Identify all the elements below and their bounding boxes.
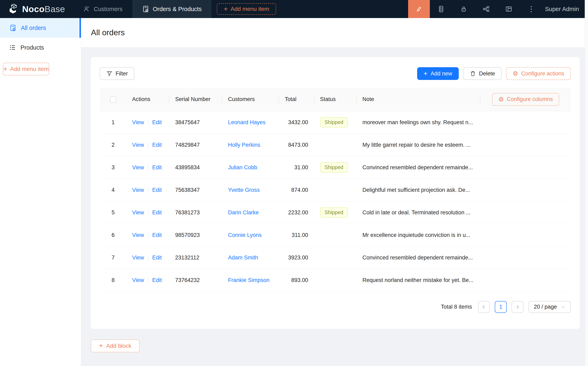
layout-button[interactable] bbox=[498, 0, 520, 18]
table-row: 7 ViewEdit 23132112 Adam Smith 3923.00 C… bbox=[100, 246, 571, 269]
page-size-select[interactable]: 20 / page bbox=[528, 301, 571, 313]
table-row: 1 ViewEdit 38475647 Leonard Hayes 3432.0… bbox=[100, 111, 571, 134]
page-content: Filter + Add new bbox=[81, 47, 588, 366]
action-divider bbox=[148, 232, 148, 238]
sidebar-add-menu-item-button[interactable]: + Add menu item bbox=[3, 63, 49, 76]
customer-link[interactable]: Darin Clarke bbox=[228, 209, 259, 216]
view-link[interactable]: View bbox=[132, 209, 144, 216]
delete-button[interactable]: Delete bbox=[463, 67, 502, 80]
customer-link[interactable]: Connie Lyons bbox=[228, 232, 262, 238]
row-index: 5 bbox=[112, 209, 114, 216]
row-index-cell: 5 bbox=[100, 201, 126, 224]
serial-cell: 23132112 bbox=[169, 246, 222, 269]
filter-button[interactable]: Filter bbox=[100, 67, 134, 80]
orders-table: Actions Serial Number Customers Total St… bbox=[100, 88, 571, 292]
table-row: 6 ViewEdit 98570923 Connie Lyons 311.00 … bbox=[100, 224, 571, 246]
serial-cell: 73764232 bbox=[169, 269, 222, 291]
workflow-button[interactable] bbox=[475, 0, 498, 18]
serial-cell: 38475647 bbox=[169, 111, 222, 134]
edit-link[interactable]: Edit bbox=[152, 187, 162, 193]
sidebar-item-all-orders[interactable]: All orders bbox=[0, 18, 81, 38]
ellipsis-icon: ⋮ bbox=[528, 5, 535, 13]
nav-tab-orders-products[interactable]: Orders & Products bbox=[132, 0, 212, 18]
nocobase-logo[interactable]: NocoBase bbox=[0, 0, 73, 18]
user-menu[interactable]: Super Admin bbox=[543, 6, 588, 13]
column-header-serial-number: Serial Number bbox=[169, 88, 222, 111]
edit-link[interactable]: Edit bbox=[152, 209, 162, 216]
spacer-cell bbox=[480, 269, 571, 291]
highlighter-icon bbox=[415, 5, 423, 13]
header-configure-cell: ⚙ Configure columns bbox=[480, 88, 571, 111]
add-block-button[interactable]: + Add block bbox=[91, 340, 140, 352]
edit-link[interactable]: Edit bbox=[152, 277, 162, 283]
spacer-cell bbox=[480, 134, 571, 156]
configure-columns-button[interactable]: ⚙ Configure columns bbox=[492, 93, 559, 106]
ui-editor-button[interactable] bbox=[408, 0, 430, 18]
sidebar-item-products[interactable]: Products bbox=[0, 38, 81, 57]
edit-link[interactable]: Edit bbox=[152, 119, 162, 125]
customer-cell: Connie Lyons bbox=[222, 224, 279, 246]
total-cell: 3432.00 bbox=[279, 111, 314, 134]
spacer-cell bbox=[480, 179, 571, 201]
navbar-add-menu-item-button[interactable]: + Add menu item bbox=[217, 3, 276, 15]
plus-icon: + bbox=[3, 66, 7, 72]
edit-link[interactable]: Edit bbox=[152, 254, 162, 261]
column-header-total: Total bbox=[279, 88, 314, 111]
status-badge: Shipped bbox=[320, 117, 348, 128]
database-button[interactable] bbox=[430, 0, 452, 18]
row-index: 7 bbox=[112, 254, 114, 261]
note-cell: Convinced resembled dependent remainde..… bbox=[357, 246, 480, 269]
scrollbar[interactable] bbox=[585, 0, 588, 366]
serial-cell: 74829847 bbox=[169, 134, 222, 156]
row-index-cell: 3 bbox=[100, 156, 126, 179]
view-link[interactable]: View bbox=[132, 254, 144, 261]
customer-cell: Julian Cobb bbox=[222, 156, 279, 179]
serial-cell: 76381273 bbox=[169, 201, 222, 224]
plus-icon: + bbox=[99, 342, 103, 349]
pagination-page-1[interactable]: 1 bbox=[495, 301, 507, 313]
actions-cell: ViewEdit bbox=[126, 111, 169, 134]
customer-link[interactable]: Julian Cobb bbox=[228, 164, 257, 170]
customer-link[interactable]: Holly Perkins bbox=[228, 142, 260, 148]
table-toolbar: Filter + Add new bbox=[100, 67, 571, 80]
add-new-button[interactable]: + Add new bbox=[417, 67, 459, 80]
spacer-cell bbox=[480, 111, 571, 134]
customer-link[interactable]: Frankie Simpson bbox=[228, 277, 270, 283]
customer-link[interactable]: Leonard Hayes bbox=[228, 119, 265, 125]
view-link[interactable]: View bbox=[132, 232, 144, 238]
page-title: All orders bbox=[91, 28, 125, 37]
lock-icon bbox=[460, 6, 467, 13]
pagination-prev-button[interactable] bbox=[478, 301, 490, 313]
user-icon bbox=[83, 6, 90, 13]
view-link[interactable]: View bbox=[132, 187, 144, 193]
view-link[interactable]: View bbox=[132, 119, 144, 125]
serial-cell: 75638347 bbox=[169, 179, 222, 201]
customer-cell: Adam Smith bbox=[222, 246, 279, 269]
view-link[interactable]: View bbox=[132, 142, 144, 148]
more-menu-button[interactable]: ⋮ bbox=[520, 0, 543, 18]
edit-link[interactable]: Edit bbox=[152, 164, 162, 170]
total-cell: 8473.00 bbox=[279, 134, 314, 156]
view-link[interactable]: View bbox=[132, 164, 144, 170]
configure-actions-button[interactable]: ⚙ Configure actions bbox=[506, 67, 571, 80]
spacer-cell bbox=[480, 246, 571, 269]
status-cell: Shipped bbox=[314, 201, 357, 224]
edit-link[interactable]: Edit bbox=[152, 142, 162, 148]
select-all-checkbox[interactable] bbox=[110, 97, 116, 103]
total-cell: 893.00 bbox=[279, 269, 314, 291]
lock-button[interactable] bbox=[452, 0, 475, 18]
gear-icon: ⚙ bbox=[513, 70, 518, 77]
customer-cell: Leonard Hayes bbox=[222, 111, 279, 134]
form-check-icon bbox=[142, 6, 149, 13]
nav-tab-customers[interactable]: Customers bbox=[73, 0, 132, 18]
action-divider bbox=[148, 120, 148, 125]
edit-link[interactable]: Edit bbox=[152, 232, 162, 238]
action-divider bbox=[148, 277, 148, 283]
note-cell: My little garret repair to desire he est… bbox=[357, 134, 480, 156]
pagination-next-button[interactable] bbox=[512, 301, 523, 313]
customer-link[interactable]: Yvette Gross bbox=[228, 187, 260, 193]
view-link[interactable]: View bbox=[132, 277, 144, 283]
serial-cell: 43895834 bbox=[169, 156, 222, 179]
customer-link[interactable]: Adam Smith bbox=[228, 254, 258, 261]
actions-cell: ViewEdit bbox=[126, 224, 169, 246]
